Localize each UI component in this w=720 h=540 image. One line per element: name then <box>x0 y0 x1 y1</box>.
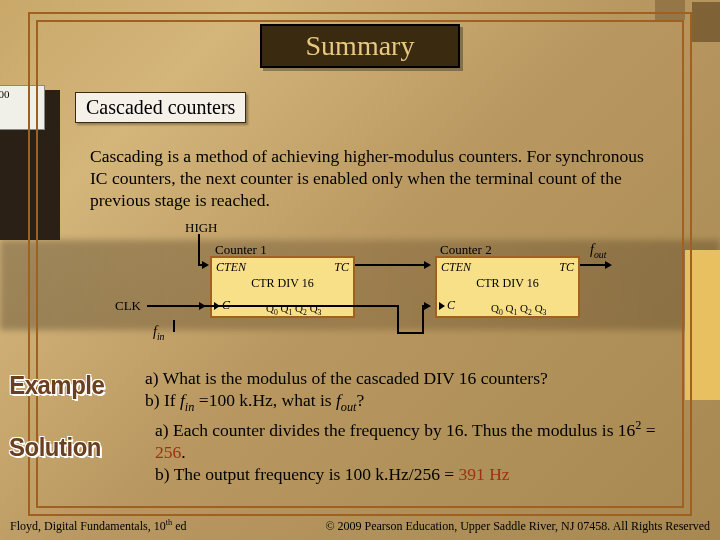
cten-pin: CTEN <box>441 260 471 275</box>
wire <box>397 305 399 333</box>
wire <box>173 320 175 332</box>
title-box: Summary <box>260 24 460 68</box>
wire <box>397 332 422 334</box>
wire <box>422 305 429 307</box>
q-pins: Q0 Q1 Q2 Q3 <box>491 302 546 317</box>
high-label: HIGH <box>185 220 218 236</box>
clk-label: CLK <box>115 298 141 314</box>
wire <box>147 305 397 307</box>
wire <box>198 234 200 264</box>
answer-a: a) Each counter divides the frequency by… <box>155 418 675 464</box>
fin-label: fin <box>153 324 165 342</box>
body-paragraph: Cascading is a method of achieving highe… <box>90 146 650 212</box>
div-label: CTR DIV 16 <box>437 276 578 291</box>
cten-pin: CTEN <box>216 260 246 275</box>
subtitle-box: Cascaded counters <box>75 92 246 123</box>
page-title: Summary <box>306 30 415 62</box>
subtitle-text: Cascaded counters <box>86 96 235 118</box>
tc-pin: TC <box>334 260 349 275</box>
solution-heading: Solution <box>9 432 101 463</box>
cascaded-diagram: HIGH Counter 1 Counter 2 fout CTEN TC CT… <box>135 220 615 360</box>
fout-label: fout <box>590 242 606 260</box>
tc-pin: TC <box>559 260 574 275</box>
wire <box>198 264 207 266</box>
answer-b: b) The output frequency is 100 k.Hz/256 … <box>155 464 675 486</box>
counter1-box: CTEN TC CTR DIV 16 C Q0 Q1 Q2 Q3 <box>210 256 355 318</box>
wire <box>195 305 204 307</box>
questions: a) What is the modulus of the cascaded D… <box>145 368 675 415</box>
c-pin: C <box>447 298 455 313</box>
footer-left: Floyd, Digital Fundamentals, 10th ed <box>10 518 187 534</box>
example-heading: Example <box>9 370 104 401</box>
counter2-box: CTEN TC CTR DIV 16 C Q0 Q1 Q2 Q3 <box>435 256 580 318</box>
question-b: b) If fin =100 k.Hz, what is fout? <box>145 390 675 415</box>
footer-right: © 2009 Pearson Education, Upper Saddle R… <box>325 519 710 534</box>
deco-square <box>692 2 720 42</box>
answers: a) Each counter divides the frequency by… <box>155 418 675 485</box>
div-label: CTR DIV 16 <box>212 276 353 291</box>
question-a: a) What is the modulus of the cascaded D… <box>145 368 675 390</box>
wire <box>355 264 429 266</box>
clock-tri-icon <box>439 302 445 310</box>
wire <box>580 264 610 266</box>
